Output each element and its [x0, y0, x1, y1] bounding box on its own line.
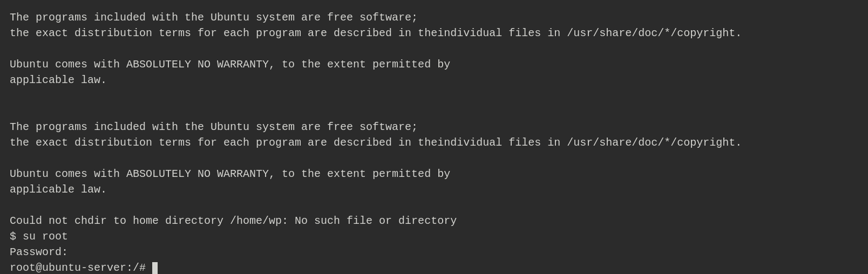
blank-line — [10, 104, 858, 119]
line12: root@ubuntu-server:/# — [10, 260, 858, 274]
line7: Ubuntu comes with ABSOLUTELY NO WARRANTY… — [10, 166, 858, 182]
line1: The programs included with the Ubuntu sy… — [10, 10, 858, 25]
terminal-cursor — [152, 262, 158, 274]
line11: Password: — [10, 244, 858, 260]
blank-line — [10, 41, 858, 57]
line4: applicable law. — [10, 72, 858, 88]
terminal-window[interactable]: The programs included with the Ubuntu sy… — [0, 0, 868, 274]
line5: The programs included with the Ubuntu sy… — [10, 119, 858, 135]
line6: the exact distribution terms for each pr… — [10, 135, 858, 150]
blank-line — [10, 197, 858, 213]
blank-line — [10, 88, 858, 104]
line10: $ su root — [10, 229, 858, 244]
blank-line — [10, 150, 858, 166]
line2: the exact distribution terms for each pr… — [10, 25, 858, 41]
line9: Could not chdir to home directory /home/… — [10, 213, 858, 229]
line3: Ubuntu comes with ABSOLUTELY NO WARRANTY… — [10, 57, 858, 72]
line8: applicable law. — [10, 182, 858, 197]
